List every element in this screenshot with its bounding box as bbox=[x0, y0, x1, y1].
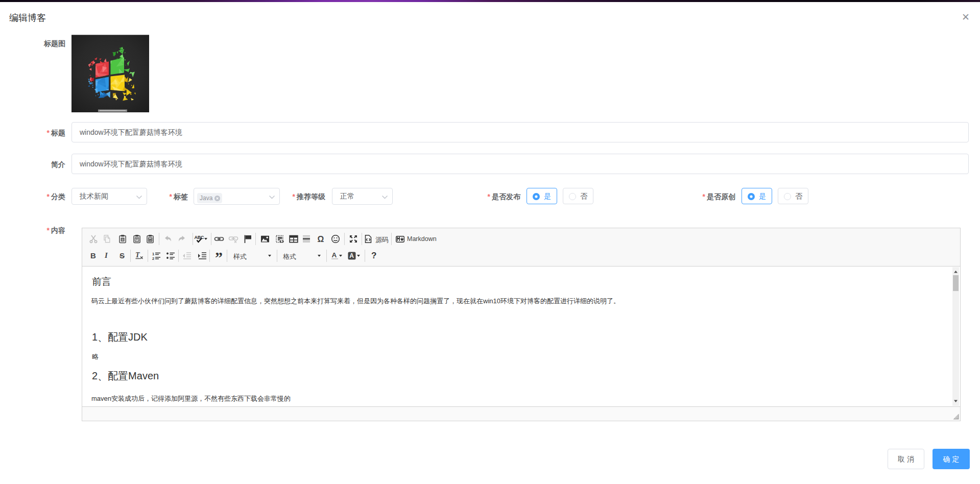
svg-text:A: A bbox=[349, 252, 354, 259]
svg-text:A: A bbox=[332, 251, 337, 259]
svg-text:T: T bbox=[135, 251, 140, 259]
svg-text:Ω: Ω bbox=[318, 235, 324, 244]
svg-text:2: 2 bbox=[152, 256, 154, 261]
svg-text:ABC: ABC bbox=[195, 235, 204, 240]
svg-text:1: 1 bbox=[152, 252, 154, 256]
